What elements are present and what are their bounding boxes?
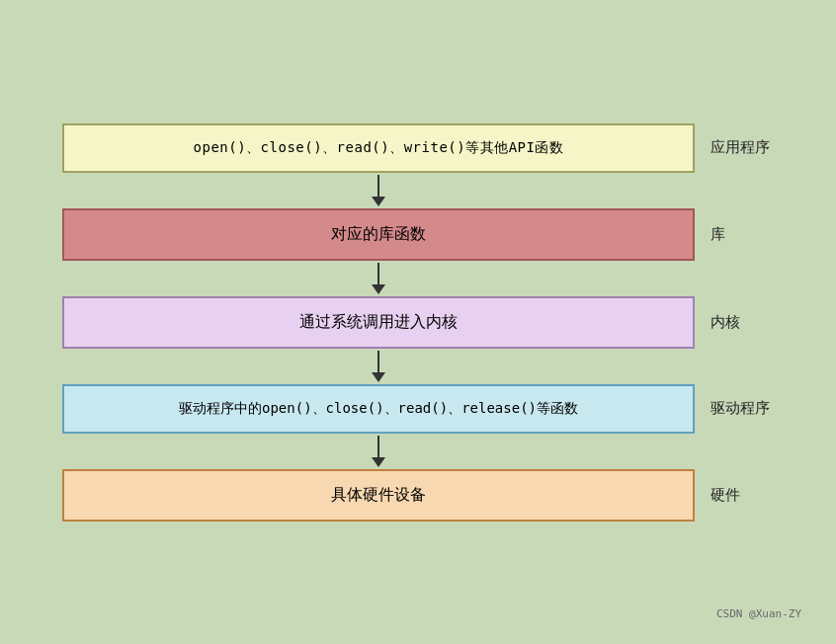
diagram-container: open()、close()、read()、write()等其他API函数 应用… (23, 16, 813, 628)
arrow-3 (372, 351, 385, 382)
app-box: open()、close()、read()、write()等其他API函数 (62, 123, 695, 173)
lib-label: 库 (695, 225, 774, 244)
arrow-3-wrapper (62, 349, 695, 384)
arrow-4-wrapper (62, 434, 695, 469)
kernel-label: 内核 (695, 313, 774, 332)
arrow-3-line (377, 351, 379, 372)
kernel-box-text: 通过系统调用进入内核 (299, 312, 458, 333)
lib-box-text: 对应的库函数 (331, 224, 426, 245)
arrow-2-head (372, 284, 385, 294)
arrow-3-head (372, 372, 385, 382)
arrow-4-line (377, 436, 379, 457)
arrow-3-container (62, 349, 774, 384)
arrow-1-wrapper (62, 173, 695, 208)
driver-box: 驱动程序中的open()、close()、read()、release()等函数 (62, 384, 695, 434)
lib-box: 对应的库函数 (62, 208, 695, 261)
lib-row: 对应的库函数 库 (62, 208, 774, 261)
arrow-2-wrapper (62, 261, 695, 296)
arrow-2 (372, 263, 385, 294)
arrow-2-line (377, 263, 379, 284)
watermark: CSDN @Xuan-ZY (716, 607, 801, 620)
arrow-1-head (372, 197, 385, 206)
driver-row: 驱动程序中的open()、close()、read()、release()等函数… (62, 384, 774, 434)
arrow-1 (372, 175, 385, 206)
arrow-4-head (372, 457, 385, 467)
arrow-4 (372, 436, 385, 467)
arrow-1-line (377, 175, 379, 197)
kernel-row: 通过系统调用进入内核 内核 (62, 296, 774, 349)
arrow-2-container (62, 261, 774, 296)
app-label: 应用程序 (695, 138, 774, 157)
driver-label: 驱动程序 (695, 399, 774, 418)
app-row: open()、close()、read()、write()等其他API函数 应用… (62, 123, 774, 173)
hw-box-text: 具体硬件设备 (331, 485, 426, 506)
hw-box: 具体硬件设备 (62, 469, 695, 522)
hw-row: 具体硬件设备 硬件 (62, 469, 774, 522)
arrow-1-container (62, 173, 774, 208)
hw-label: 硬件 (695, 486, 774, 505)
arrow-4-container (62, 434, 774, 469)
kernel-box: 通过系统调用进入内核 (62, 296, 695, 349)
driver-box-text: 驱动程序中的open()、close()、read()、release()等函数 (179, 400, 578, 418)
app-box-text: open()、close()、read()、write()等其他API函数 (194, 139, 564, 157)
